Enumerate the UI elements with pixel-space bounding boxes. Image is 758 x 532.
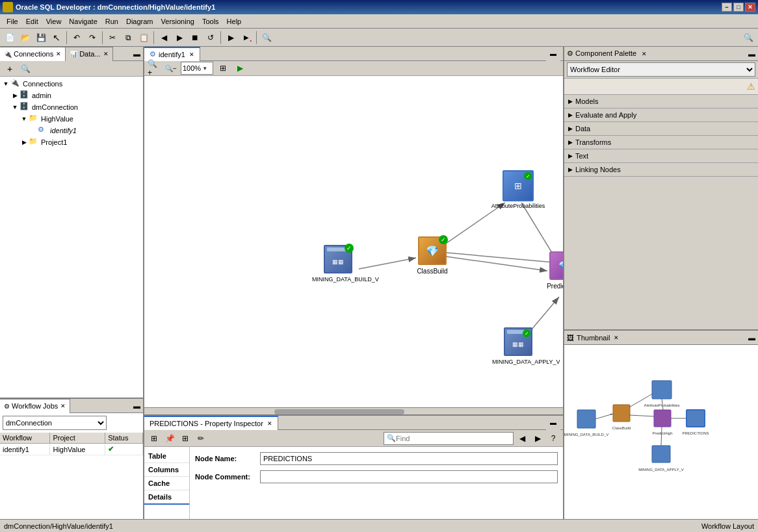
tree-item-connections[interactable]: ▼ 🔌 Connections [1, 78, 142, 90]
data-tab-close[interactable]: ✕ [103, 51, 109, 57]
close-button[interactable]: ✕ [745, 3, 755, 12]
paste-button[interactable]: 📋 [137, 31, 151, 45]
zoom-control[interactable]: 100% ▼ [181, 62, 213, 75]
cp-editor-dropdown[interactable]: Workflow Editor [567, 62, 755, 77]
pi-find-prev[interactable]: ◀ [515, 431, 529, 446]
pi-tool-3[interactable]: ⊞ [178, 431, 192, 446]
stop-button[interactable]: ⏹ [188, 31, 202, 45]
copy-button[interactable]: ⧉ [121, 31, 135, 45]
back-button[interactable]: ◀ [157, 31, 171, 45]
menu-diagram[interactable]: Diagram [122, 16, 157, 27]
menu-run[interactable]: Run [101, 16, 122, 27]
pi-node-comment-input[interactable] [260, 470, 558, 483]
cursor-button[interactable]: ↖ [49, 31, 64, 45]
pi-tool-1[interactable]: ⊞ [147, 431, 161, 446]
new-button[interactable]: 📄 [3, 31, 17, 45]
wf-row-0[interactable]: identify1 HighValue ✔ [0, 444, 143, 455]
help-toolbar-button[interactable]: 🔍 [741, 31, 755, 45]
pi-sidebar-details[interactable]: Details [144, 490, 189, 505]
open-button[interactable]: 📂 [18, 31, 33, 45]
cp-tab-close[interactable]: ✕ [642, 51, 647, 57]
debug-button[interactable]: ▶• [239, 31, 254, 45]
cp-minimize[interactable]: ▬ [748, 50, 755, 58]
editor-tab-close[interactable]: ✕ [189, 51, 194, 58]
expand-project1[interactable]: ▶ [20, 139, 29, 146]
cp-section-linking[interactable]: ▶ Linking Nodes [564, 163, 758, 177]
node-classbuild[interactable]: 💎 ✓ ClassBuild [410, 235, 455, 275]
pi-find-box[interactable]: 🔍 [384, 432, 514, 445]
pi-node-name-input[interactable] [260, 452, 558, 465]
grid-toggle-button[interactable]: ⊞ [216, 61, 230, 75]
thumb-tab-close[interactable]: ✕ [614, 335, 619, 341]
svg-line-25 [661, 427, 662, 446]
add-connection-button[interactable]: + [3, 62, 17, 76]
pi-help[interactable]: ? [546, 431, 560, 446]
tree-item-dmconnection[interactable]: ▼ 🗄️ dmConnection [1, 101, 142, 113]
expand-connections[interactable]: ▼ [1, 81, 10, 87]
run-workflow-button[interactable]: ▶ [233, 61, 247, 75]
pi-find-input[interactable] [396, 435, 461, 442]
cp-section-text[interactable]: ▶ Text [564, 149, 758, 163]
canvas-scrollbar[interactable] [144, 407, 563, 414]
pi-sidebar-cache[interactable]: Cache [144, 477, 189, 490]
menu-tools[interactable]: Tools [198, 16, 223, 27]
zoom-in-button[interactable]: 🔍+ [147, 61, 161, 75]
workflow-jobs-connection-dropdown[interactable]: dmConnection [3, 416, 107, 430]
expand-admin[interactable]: ▶ [10, 92, 20, 99]
workflow-jobs-tab-close[interactable]: ✕ [60, 403, 66, 409]
menu-file[interactable]: File [3, 16, 22, 27]
pi-tool-edit[interactable]: ✏ [194, 431, 208, 446]
menu-help[interactable]: Help [223, 16, 246, 27]
menu-navigate[interactable]: Navigate [65, 16, 101, 27]
tree-item-admin[interactable]: ▶ 🗄️ admin [1, 90, 142, 101]
refresh-connections-button[interactable]: 🔍 [18, 62, 33, 76]
workflow-jobs-minimize[interactable]: ▬ [133, 402, 143, 410]
connections-tab[interactable]: 🔌 Connections ✕ [0, 47, 66, 61]
tree-item-highvalue[interactable]: ▼ 📁 HighValue [1, 113, 142, 125]
pi-find-next[interactable]: ▶ [530, 431, 545, 446]
cp-section-models[interactable]: ▶ Models [564, 95, 758, 108]
pi-tab-close[interactable]: ✕ [267, 420, 272, 427]
pi-tool-pin[interactable]: 📌 [163, 431, 177, 446]
search-button[interactable]: 🔍 [259, 31, 274, 45]
cut-button[interactable]: ✂ [105, 31, 120, 45]
evaluate-arrow-icon: ▶ [568, 112, 573, 118]
redo-button[interactable]: ↷ [85, 31, 99, 45]
cp-section-evaluate[interactable]: ▶ Evaluate and Apply [564, 108, 758, 122]
minimize-button[interactable]: − [722, 3, 732, 12]
node-mining-build[interactable]: ▦▦ ✓ MINING_DATA_BUILD_V [312, 244, 364, 283]
pi-sidebar-columns[interactable]: Columns [144, 463, 189, 477]
cp-section-data[interactable]: ▶ Data [564, 122, 758, 136]
pi-sidebar-table[interactable]: Table [144, 450, 189, 463]
tree-item-identify1[interactable]: ▶ ⚙ identify1 [1, 125, 142, 136]
connections-tab-close[interactable]: ✕ [56, 51, 61, 57]
editor-panel-minimize[interactable]: ▬ [546, 47, 560, 61]
app-icon [3, 2, 13, 12]
expand-highvalue[interactable]: ▼ [20, 116, 29, 122]
undo-button[interactable]: ↶ [70, 31, 84, 45]
node-mining-apply[interactable]: ▦▦ ✓ MINING_DATA_APPLY_V [492, 326, 544, 365]
zoom-out-button[interactable]: 🔍− [164, 61, 178, 75]
menu-view[interactable]: View [42, 16, 66, 27]
node-attr-prob[interactable]: ⊞ ✓ AttributeProbabilities [489, 170, 547, 209]
connections-panel-minimize[interactable]: ▬ [133, 50, 143, 58]
wf-col-project: Project [50, 433, 105, 444]
maximize-button[interactable]: □ [733, 3, 744, 12]
node-predict-high[interactable]: 💎 ✓ PredictHigh [541, 250, 563, 290]
cp-section-transforms[interactable]: ▶ Transforms [564, 136, 758, 149]
tree-item-project1[interactable]: ▶ 📁 Project1 [1, 136, 142, 148]
pi-minimize[interactable]: ▬ [546, 416, 560, 430]
expand-dmconnection[interactable]: ▼ [10, 104, 20, 110]
save-button[interactable]: 💾 [34, 31, 48, 45]
workflow-jobs-tab[interactable]: ⚙ Workflow Jobs ✕ [0, 399, 70, 413]
forward-button[interactable]: ▶ [172, 31, 187, 45]
run-button[interactable]: ▶ [224, 31, 238, 45]
refresh-button[interactable]: ↺ [203, 31, 218, 45]
menu-edit[interactable]: Edit [22, 16, 42, 27]
thumb-minimize[interactable]: ▬ [748, 334, 755, 342]
pi-content: Table Columns Cache Details Node Name: N… [144, 447, 563, 519]
data-tab[interactable]: 📊 Data... ✕ [66, 47, 112, 61]
menu-versioning[interactable]: Versioning [157, 16, 198, 27]
pi-tab-predictions[interactable]: PREDICTIONS - Property Inspector ✕ [144, 416, 278, 430]
zoom-dropdown-arrow[interactable]: ▼ [201, 66, 209, 71]
